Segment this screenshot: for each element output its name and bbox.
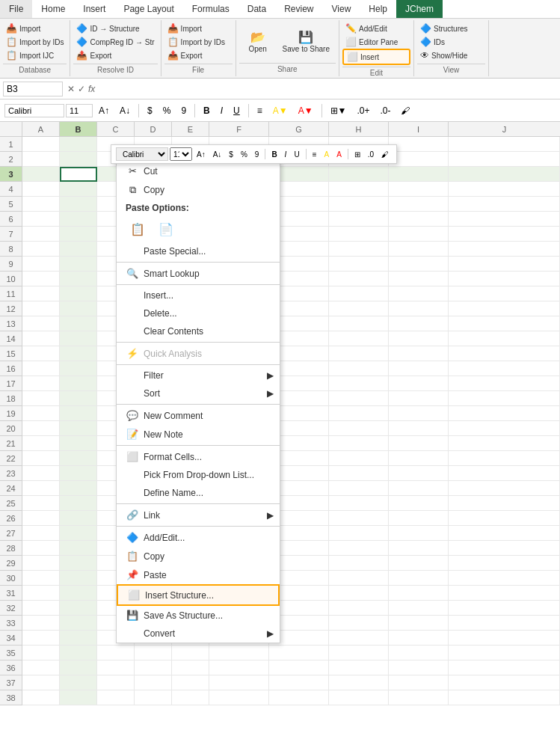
cell-A15[interactable] bbox=[22, 346, 60, 361]
fill-color-btn[interactable]: A▼ bbox=[268, 103, 292, 118]
cell-I2[interactable] bbox=[389, 152, 449, 167]
cell-B21[interactable] bbox=[60, 436, 97, 451]
cm-smart-lookup[interactable]: 🔍 Smart Lookup bbox=[117, 264, 280, 283]
cell-E38[interactable] bbox=[172, 690, 209, 705]
cell-I14[interactable] bbox=[389, 331, 449, 346]
mini-paint[interactable]: 🖌 bbox=[378, 149, 392, 160]
cell-H4[interactable] bbox=[329, 182, 389, 197]
cell-B7[interactable] bbox=[60, 227, 97, 242]
cell-A18[interactable] bbox=[22, 391, 60, 406]
cm-pick-dropdown[interactable]: Pick From Drop-down List... bbox=[117, 466, 280, 484]
cell-I27[interactable] bbox=[389, 526, 449, 541]
cell-I18[interactable] bbox=[389, 391, 449, 406]
cell-F35[interactable] bbox=[209, 646, 269, 660]
cell-H30[interactable] bbox=[329, 571, 389, 586]
cell-A28[interactable] bbox=[22, 541, 60, 556]
col-header-b[interactable]: B bbox=[60, 122, 97, 136]
cell-H20[interactable] bbox=[329, 421, 389, 436]
cell-A16[interactable] bbox=[22, 361, 60, 376]
cell-H29[interactable] bbox=[329, 556, 389, 571]
cell-A14[interactable] bbox=[22, 331, 60, 346]
cell-B30[interactable] bbox=[60, 571, 97, 586]
row-header-21[interactable]: 21 bbox=[0, 436, 22, 451]
cell-J25[interactable] bbox=[449, 496, 560, 511]
row-header-23[interactable]: 23 bbox=[0, 466, 22, 481]
cm-define-name[interactable]: Define Name... bbox=[117, 484, 280, 502]
cell-I8[interactable] bbox=[389, 242, 449, 257]
mini-italic[interactable]: I bbox=[282, 149, 290, 160]
cell-I25[interactable] bbox=[389, 496, 449, 511]
cell-A25[interactable] bbox=[22, 496, 60, 511]
cell-G36[interactable] bbox=[269, 660, 329, 675]
cell-H36[interactable] bbox=[329, 660, 389, 675]
cell-C37[interactable] bbox=[97, 675, 135, 690]
cell-J28[interactable] bbox=[449, 541, 560, 556]
cell-I20[interactable] bbox=[389, 421, 449, 436]
cell-J13[interactable] bbox=[449, 316, 560, 331]
cell-A9[interactable] bbox=[22, 257, 60, 272]
mini-increase-font[interactable]: A↑ bbox=[194, 149, 209, 160]
tab-review[interactable]: Review bbox=[275, 0, 322, 18]
cell-J9[interactable] bbox=[449, 257, 560, 272]
btn-ids[interactable]: 🔷 IDs bbox=[417, 35, 485, 49]
cell-J14[interactable] bbox=[449, 331, 560, 346]
cell-A17[interactable] bbox=[22, 376, 60, 391]
cm-format-cells[interactable]: ⬜ Format Cells... bbox=[117, 447, 280, 466]
cell-A29[interactable] bbox=[22, 556, 60, 571]
cell-C36[interactable] bbox=[97, 660, 135, 675]
col-header-j[interactable]: J bbox=[449, 122, 560, 136]
cell-A34[interactable] bbox=[22, 631, 60, 646]
row-header-33[interactable]: 33 bbox=[0, 616, 22, 631]
cell-H17[interactable] bbox=[329, 376, 389, 391]
btn-editor-pane[interactable]: ⬜ Editor Pane bbox=[342, 35, 410, 49]
cell-H21[interactable] bbox=[329, 436, 389, 451]
mini-border[interactable]: ⊞ bbox=[351, 149, 363, 160]
cell-B27[interactable] bbox=[60, 526, 97, 541]
cell-A33[interactable] bbox=[22, 616, 60, 631]
btn-save-to-share[interactable]: 💾 Save to Share bbox=[277, 22, 336, 61]
cell-B32[interactable] bbox=[60, 601, 97, 616]
cell-B4[interactable] bbox=[60, 182, 97, 197]
mini-underline[interactable]: U bbox=[291, 149, 302, 160]
cell-H3[interactable] bbox=[329, 167, 389, 182]
decrease-decimal-btn[interactable]: .0- bbox=[375, 103, 395, 118]
cell-D38[interactable] bbox=[135, 690, 172, 705]
tab-formulas[interactable]: Formulas bbox=[183, 0, 239, 18]
row-header-13[interactable]: 13 bbox=[0, 316, 22, 331]
col-header-f[interactable]: F bbox=[209, 122, 269, 136]
tab-insert[interactable]: Insert bbox=[74, 0, 114, 18]
cell-I28[interactable] bbox=[389, 541, 449, 556]
cell-A10[interactable] bbox=[22, 272, 60, 286]
btn-show-hide[interactable]: 👁 Show/Hide bbox=[417, 49, 485, 62]
mini-inc-dec[interactable]: .0 bbox=[365, 149, 377, 160]
btn-structures[interactable]: 🔷 Structures bbox=[417, 22, 485, 35]
cell-H26[interactable] bbox=[329, 511, 389, 526]
cell-J8[interactable] bbox=[449, 242, 560, 257]
btn-compreg-to-str[interactable]: 🔷 CompReg ID → Str bbox=[73, 35, 157, 49]
cell-I15[interactable] bbox=[389, 346, 449, 361]
cell-A7[interactable] bbox=[22, 227, 60, 242]
btn-open[interactable]: 📂 Open bbox=[239, 22, 277, 61]
row-header-6[interactable]: 6 bbox=[0, 212, 22, 227]
cm-new-comment[interactable]: 💬 New Comment bbox=[117, 406, 280, 425]
cell-B23[interactable] bbox=[60, 466, 97, 481]
cell-J15[interactable] bbox=[449, 346, 560, 361]
insert-function-icon[interactable]: fx bbox=[88, 84, 95, 94]
col-header-g[interactable]: G bbox=[269, 122, 329, 136]
row-header-8[interactable]: 8 bbox=[0, 242, 22, 257]
cell-B22[interactable] bbox=[60, 451, 97, 466]
cell-I13[interactable] bbox=[389, 316, 449, 331]
cell-B14[interactable] bbox=[60, 331, 97, 346]
cell-H24[interactable] bbox=[329, 481, 389, 496]
underline-btn[interactable]: U bbox=[229, 103, 244, 118]
cm-save-as-structure[interactable]: 💾 Save As Structure... bbox=[117, 606, 280, 625]
cell-I7[interactable] bbox=[389, 227, 449, 242]
cell-H10[interactable] bbox=[329, 272, 389, 286]
cell-J5[interactable] bbox=[449, 197, 560, 212]
cell-H31[interactable] bbox=[329, 586, 389, 601]
row-header-14[interactable]: 14 bbox=[0, 331, 22, 346]
cell-H33[interactable] bbox=[329, 616, 389, 631]
cell-D35[interactable] bbox=[135, 646, 172, 660]
cell-B10[interactable] bbox=[60, 272, 97, 286]
cell-J33[interactable] bbox=[449, 616, 560, 631]
